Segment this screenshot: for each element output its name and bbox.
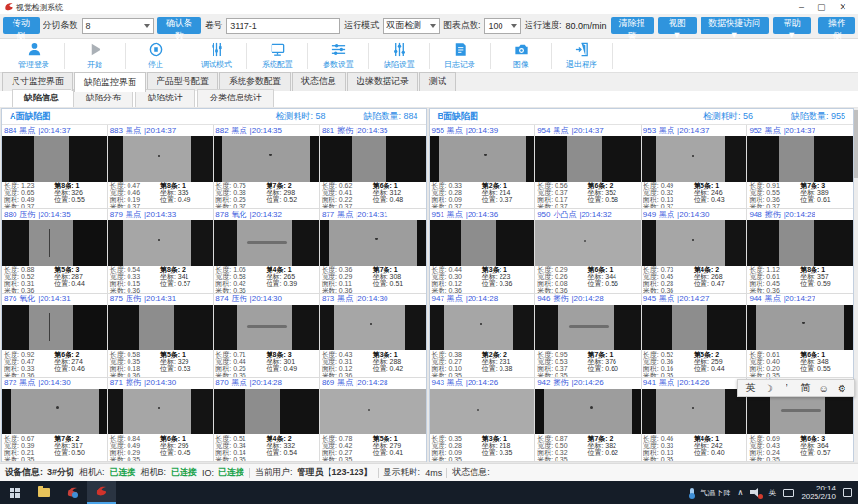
defect-cell[interactable]: 941 黑点 |20:14:26 长度: 0.46宽度: 0.33面积: 0.1… bbox=[642, 378, 748, 462]
start-button[interactable]: 开始 bbox=[65, 40, 125, 72]
defect-cell[interactable]: 942 擦伤 |20:14:26 长度: 0.87宽度: 0.50面积: 0.3… bbox=[535, 378, 642, 462]
defect-cell[interactable]: 950 小凸点 |20:14:32 长度: 0.29宽度: 0.26面积: 0.… bbox=[535, 209, 642, 293]
defect-thumbnail[interactable] bbox=[214, 220, 319, 266]
defect-cell[interactable]: 945 黑点 |20:14:27 长度: 0.52宽度: 0.36面积: 0.1… bbox=[642, 294, 748, 378]
defect-cell[interactable]: 869 黑点 |20:14:28 长度: 0.78宽度: 0.42面积: 0.2… bbox=[320, 378, 426, 462]
defect-cell[interactable]: 874 压伤 |20:14:30 长度: 0.71宽度: 0.44面积: 0.2… bbox=[214, 294, 320, 378]
subtab-defect-info[interactable]: 缺陷信息 bbox=[12, 89, 72, 107]
defect-cell[interactable]: 954 黑点 |20:14:37 长度: 0.56宽度: 0.37面积: 0.1… bbox=[535, 125, 642, 209]
defect-thumbnail[interactable] bbox=[320, 389, 426, 434]
subtab-class-info-statistics[interactable]: 分类信息统计 bbox=[197, 89, 274, 107]
defect-thumbnail[interactable] bbox=[642, 305, 747, 350]
defect-thumbnail[interactable] bbox=[108, 389, 214, 434]
simplified-chinese-toggle[interactable]: 简 bbox=[797, 381, 814, 395]
tab-defect-monitor[interactable]: 缺陷监控界面 bbox=[74, 72, 146, 92]
taskbar-clock[interactable]: 20:14 2025/2/10 bbox=[801, 484, 836, 501]
params-settings-button[interactable]: 参数设置 bbox=[308, 40, 368, 72]
vertical-scrollbar[interactable] bbox=[854, 108, 858, 462]
defect-thumbnail[interactable] bbox=[642, 220, 747, 266]
stop-button[interactable]: 停止 bbox=[126, 40, 186, 72]
view-menu-button[interactable]: 视图 ▼ bbox=[658, 17, 697, 34]
defect-cell[interactable]: 875 压伤 |20:14:31 长度: 0.58宽度: 0.35面积: 0.1… bbox=[108, 294, 214, 378]
defect-cell[interactable]: 952 黑点 |20:14:37 长度: 0.91宽度: 0.55面积: 0.3… bbox=[747, 125, 853, 209]
drive-side-button[interactable]: 传动侧 bbox=[3, 17, 40, 34]
debug-mode-button[interactable]: 调试模式 bbox=[186, 40, 246, 72]
defect-cell[interactable]: 878 氧化 |20:14:32 长度: 1.05宽度: 0.58面积: 0.4… bbox=[214, 209, 320, 293]
defect-cell[interactable]: 949 黑点 |20:14:30 长度: 0.73宽度: 0.45面积: 0.2… bbox=[642, 209, 748, 293]
defect-thumbnail[interactable] bbox=[108, 136, 214, 182]
defect-cell[interactable]: 884 黑点 |20:14:37 长度: 1.23宽度: 0.65面积: 0.4… bbox=[2, 125, 108, 209]
defect-thumbnail[interactable] bbox=[320, 305, 426, 350]
roll-input[interactable] bbox=[226, 18, 340, 34]
defect-thumbnail[interactable] bbox=[2, 389, 107, 434]
defect-thumbnail[interactable] bbox=[535, 136, 641, 182]
defect-cell[interactable]: 951 黑点 |20:14:36 长度: 0.44宽度: 0.30面积: 0.1… bbox=[430, 209, 536, 293]
start-button[interactable] bbox=[0, 481, 29, 504]
defect-thumbnail[interactable] bbox=[535, 305, 641, 350]
defect-thumbnail[interactable] bbox=[108, 305, 214, 350]
defect-cell[interactable]: 880 压伤 |20:14:35 长度: 0.88宽度: 0.52面积: 0.3… bbox=[2, 209, 108, 293]
defect-thumbnail[interactable] bbox=[747, 220, 853, 266]
defect-thumbnail[interactable] bbox=[108, 220, 214, 266]
defect-thumbnail[interactable] bbox=[2, 136, 107, 182]
defect-cell[interactable]: 948 擦伤 |20:14:28 长度: 1.12宽度: 0.61面积: 0.4… bbox=[747, 209, 853, 293]
defect-thumbnail[interactable] bbox=[320, 136, 426, 182]
exit-program-button[interactable]: 退出程序 bbox=[552, 40, 612, 72]
run-mode-select[interactable]: 双面检测 bbox=[383, 18, 440, 34]
pinned-app-button[interactable] bbox=[58, 481, 87, 504]
defect-thumbnail[interactable] bbox=[2, 305, 107, 350]
running-app-button[interactable] bbox=[87, 481, 116, 504]
ime-language-indicator[interactable]: 英 bbox=[768, 488, 776, 498]
admin-login-button[interactable]: 管理登录 bbox=[4, 40, 64, 72]
image-button[interactable]: 图像 bbox=[491, 40, 551, 72]
defect-cell[interactable]: 946 擦伤 |20:14:28 长度: 0.95宽度: 0.53面积: 0.3… bbox=[535, 294, 642, 378]
thermometer-icon[interactable] bbox=[690, 488, 694, 498]
half-width-moon-icon[interactable]: ☽ bbox=[760, 383, 777, 394]
split-count-select[interactable]: 8 bbox=[82, 18, 154, 34]
defect-settings-button[interactable]: 缺陷设置 bbox=[369, 40, 429, 72]
log-record-button[interactable]: 日志记录 bbox=[430, 40, 490, 72]
ime-english-toggle[interactable]: 英 bbox=[742, 381, 758, 395]
keyboard-icon[interactable] bbox=[783, 489, 794, 497]
system-config-button[interactable]: 系统配置 bbox=[247, 40, 307, 72]
defect-thumbnail[interactable] bbox=[535, 389, 641, 434]
defect-cell[interactable]: 877 黑点 |20:14:31 长度: 0.36宽度: 0.29面积: 0.1… bbox=[320, 209, 426, 293]
defect-thumbnail[interactable] bbox=[642, 136, 747, 182]
defect-cell[interactable]: 944 黑点 |20:14:27 长度: 0.61宽度: 0.40面积: 0.2… bbox=[747, 294, 853, 378]
help-menu-button[interactable]: 帮助 ▼ bbox=[773, 17, 812, 34]
defect-cell[interactable]: 881 擦伤 |20:14:35 长度: 0.62宽度: 0.41面积: 0.2… bbox=[320, 125, 426, 209]
defect-thumbnail[interactable] bbox=[430, 136, 535, 182]
tab-test[interactable]: 测试 bbox=[419, 72, 456, 91]
defect-thumbnail[interactable] bbox=[214, 305, 319, 350]
tray-expand-chevron[interactable]: ∧ bbox=[738, 489, 744, 497]
defect-thumbnail[interactable] bbox=[430, 220, 535, 266]
speaker-icon[interactable] bbox=[750, 488, 761, 497]
defect-cell[interactable]: 953 黑点 |20:14:37 长度: 0.49宽度: 0.32面积: 0.1… bbox=[642, 125, 748, 209]
scrollbar-thumb[interactable] bbox=[854, 110, 858, 178]
defect-cell[interactable]: 943 黑点 |20:14:26 长度: 0.35宽度: 0.28面积: 0.0… bbox=[430, 378, 536, 462]
defect-cell[interactable]: 879 黑点 |20:14:33 长度: 0.54宽度: 0.33面积: 0.1… bbox=[108, 209, 214, 293]
minimize-icon[interactable]: – bbox=[799, 2, 804, 12]
tab-status-info[interactable]: 状态信息 bbox=[292, 72, 346, 91]
action-center-icon[interactable] bbox=[843, 488, 852, 497]
defect-cell[interactable]: 873 黑点 |20:14:30 长度: 0.43宽度: 0.31面积: 0.1… bbox=[320, 294, 426, 378]
defect-thumbnail[interactable] bbox=[747, 136, 853, 182]
maximize-icon[interactable]: ▢ bbox=[817, 2, 826, 12]
defect-thumbnail[interactable] bbox=[2, 220, 107, 266]
defect-thumbnail[interactable] bbox=[214, 136, 319, 182]
defect-thumbnail[interactable] bbox=[214, 389, 319, 434]
close-icon[interactable]: ✕ bbox=[839, 2, 846, 12]
defect-thumbnail[interactable] bbox=[320, 220, 426, 266]
confirm-count-button[interactable]: 确认条数 bbox=[157, 17, 201, 34]
defect-cell[interactable]: 876 氧化 |20:14:31 长度: 0.92宽度: 0.47面积: 0.3… bbox=[2, 294, 108, 378]
weather-text[interactable]: 气温下降 bbox=[701, 488, 731, 498]
defect-thumbnail[interactable] bbox=[430, 305, 535, 350]
defect-thumbnail[interactable] bbox=[535, 220, 641, 266]
defect-cell[interactable]: 871 擦伤 |20:14:30 长度: 0.84宽度: 0.49面积: 0.2… bbox=[108, 378, 214, 462]
defect-cell[interactable]: 882 黑点 |20:14:35 长度: 0.75宽度: 0.38面积: 0.2… bbox=[214, 125, 320, 209]
quick-access-menu-button[interactable]: 数据快捷访问 ▼ bbox=[701, 17, 769, 34]
file-explorer-button[interactable] bbox=[29, 481, 58, 504]
defect-cell[interactable]: 947 黑点 |20:14:28 长度: 0.38宽度: 0.27面积: 0.1… bbox=[430, 294, 536, 378]
defect-thumbnail[interactable] bbox=[642, 389, 747, 434]
tab-edge-data-record[interactable]: 边缘数据记录 bbox=[347, 72, 418, 91]
